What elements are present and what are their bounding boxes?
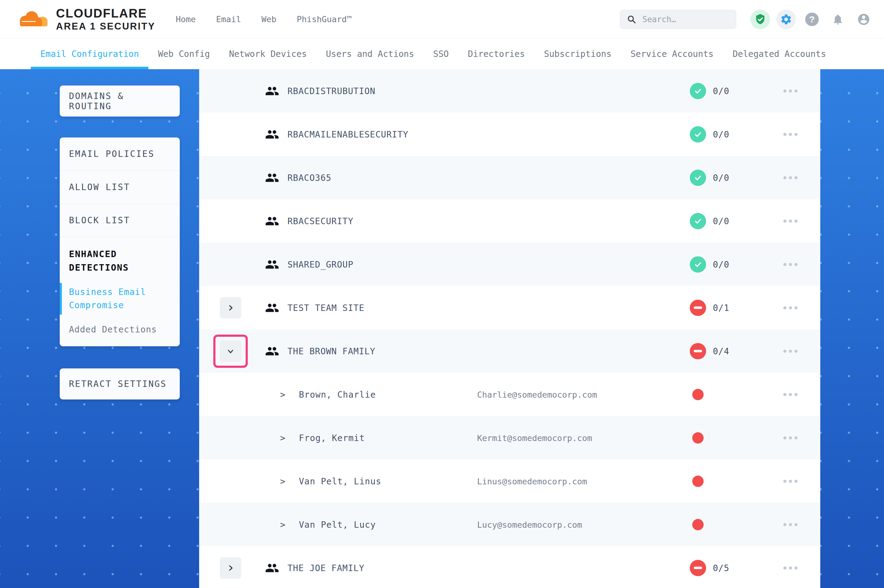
check-icon xyxy=(694,130,702,138)
ellipsis-icon xyxy=(783,436,786,440)
row-name: RBACSECURITY xyxy=(287,216,353,226)
tab[interactable]: Network Devices xyxy=(219,39,316,69)
member-expand-caret[interactable]: > xyxy=(280,476,285,486)
help-icon[interactable]: ? xyxy=(802,9,822,29)
tab[interactable]: Delegated Accounts xyxy=(723,39,835,69)
row-actions-button[interactable] xyxy=(780,130,801,139)
nav-item[interactable]: Email xyxy=(216,15,241,24)
table-row: > Van Pelt, Linus Linus@somedemocorp.com xyxy=(199,459,820,503)
top-header: CLOUDFLARE AREA 1 SECURITY Home Email We… xyxy=(0,0,884,39)
expand-toggle-button[interactable] xyxy=(220,340,241,362)
tab[interactable]: Users and Actions xyxy=(316,39,424,69)
group-icon xyxy=(265,257,279,272)
row-email: Charlie@somedemocorp.com xyxy=(477,390,597,399)
tab[interactable]: SSO xyxy=(424,39,458,69)
ellipsis-icon xyxy=(783,523,786,526)
tab[interactable]: Email Configuration xyxy=(31,39,148,69)
group-icon xyxy=(265,171,279,185)
table-row: > Brown, Charlie Charlie@somedemocorp.co… xyxy=(199,373,820,416)
row-email: Kermit@somedemocorp.com xyxy=(477,433,592,442)
sidebar-item-allow-list[interactable]: ALLOW LIST xyxy=(60,171,180,204)
nav-item-label: Email xyxy=(216,15,241,24)
table-row: > Van Pelt, Lucy Lucy@somedemocorp.com xyxy=(199,503,820,546)
row-name: RBACMAILENABLESECURITY xyxy=(287,129,409,139)
row-actions-button[interactable] xyxy=(780,303,801,312)
row-name: Van Pelt, Linus xyxy=(299,476,381,486)
row-actions-button[interactable] xyxy=(780,563,801,573)
sidebar-label: EMAIL POLICIES xyxy=(69,149,155,159)
tab[interactable]: Web Config xyxy=(148,39,219,69)
row-actions-button[interactable] xyxy=(780,173,801,182)
status-count: 0/0 xyxy=(713,259,729,269)
status-minus-badge xyxy=(690,560,706,576)
group-icon xyxy=(265,301,279,315)
cloudflare-logo: CLOUDFLARE AREA 1 SECURITY xyxy=(15,7,155,32)
email-policies-card: EMAIL POLICIES ALLOW LIST BLOCK LIST ENH… xyxy=(60,138,180,346)
row-name: THE JOE FAMILY xyxy=(287,563,364,573)
primary-nav: Home Email Web PhishGuard™ xyxy=(176,15,352,24)
row-actions-button[interactable] xyxy=(780,433,801,442)
ellipsis-icon xyxy=(783,176,786,179)
tab[interactable]: Directories xyxy=(458,39,534,69)
chevron-right-icon xyxy=(227,304,235,312)
ellipsis-icon xyxy=(783,480,786,483)
status-check-badge xyxy=(690,256,706,273)
nav-item[interactable]: Web xyxy=(261,15,277,24)
header-actions: ? xyxy=(620,9,873,29)
tab[interactable]: Service Accounts xyxy=(621,39,723,69)
member-expand-caret[interactable]: > xyxy=(280,433,285,443)
group-icon xyxy=(265,561,279,575)
status-check-badge xyxy=(690,213,706,229)
ellipsis-icon xyxy=(783,393,786,396)
ellipsis-icon xyxy=(783,567,786,570)
directory-list: RBACDISTRUBUTION 0/0 xyxy=(199,69,820,588)
bell-icon[interactable] xyxy=(828,9,848,29)
row-name: SHARED_GROUP xyxy=(287,259,353,269)
nav-item[interactable]: Home xyxy=(176,15,196,24)
row-actions-button[interactable] xyxy=(780,520,801,529)
sidebar-item-added-detections[interactable]: Added Detections xyxy=(60,324,180,334)
expand-toggle-button[interactable] xyxy=(220,297,241,319)
brand-subtitle: AREA 1 SECURITY xyxy=(56,21,155,32)
sidebar-item-block-list[interactable]: BLOCK LIST xyxy=(60,204,180,237)
table-row: TEST TEAM SITE 0/1 xyxy=(199,286,820,329)
sidebar-item-email-policies[interactable]: EMAIL POLICIES xyxy=(60,138,180,171)
sidebar-label: RETRACT SETTINGS xyxy=(69,379,167,389)
status-check-badge xyxy=(690,83,706,99)
row-name: TEST TEAM SITE xyxy=(287,303,364,313)
sidebar-label: ALLOW LIST xyxy=(69,182,130,192)
table-row: RBACDISTRUBUTION 0/0 xyxy=(199,69,820,112)
gear-icon[interactable] xyxy=(776,9,796,29)
status-count: 0/5 xyxy=(713,563,729,573)
expand-toggle-button[interactable] xyxy=(220,557,241,579)
row-actions-button[interactable] xyxy=(780,346,801,356)
sidebar-item-business-email-compromise[interactable]: Business Email Compromise xyxy=(60,284,180,314)
minus-icon xyxy=(694,307,702,309)
nav-item[interactable]: PhishGuard™ xyxy=(297,15,352,24)
active-tab-underline xyxy=(31,67,148,69)
member-expand-caret[interactable]: > xyxy=(280,519,285,530)
member-expand-caret[interactable]: > xyxy=(280,389,285,399)
brand-title: CLOUDFLARE xyxy=(56,7,155,20)
row-actions-button[interactable] xyxy=(780,477,801,486)
row-actions-button[interactable] xyxy=(780,260,801,269)
tab-label: Email Configuration xyxy=(40,49,139,59)
chevron-right-icon xyxy=(227,564,235,572)
search-input[interactable] xyxy=(642,15,729,24)
sidebar-item-retract-settings[interactable]: RETRACT SETTINGS xyxy=(60,368,180,399)
sidebar-item-domains-routing[interactable]: DOMAINS & ROUTING xyxy=(60,86,180,117)
tab[interactable]: Subscriptions xyxy=(534,39,621,69)
shield-check-icon[interactable] xyxy=(750,9,770,29)
group-icon xyxy=(265,214,279,228)
nav-item-label: PhishGuard™ xyxy=(297,15,352,24)
row-name: Brown, Charlie xyxy=(299,389,376,399)
row-actions-button[interactable] xyxy=(780,86,801,96)
sidebar-label: DOMAINS & ROUTING xyxy=(69,91,170,111)
row-actions-button[interactable] xyxy=(780,390,801,399)
ellipsis-icon xyxy=(783,133,786,136)
row-actions-button[interactable] xyxy=(780,216,801,226)
status-count: 0/0 xyxy=(713,129,729,139)
tab-label: Web Config xyxy=(158,49,210,59)
user-avatar-icon[interactable] xyxy=(854,9,873,29)
search-box[interactable] xyxy=(620,10,736,29)
